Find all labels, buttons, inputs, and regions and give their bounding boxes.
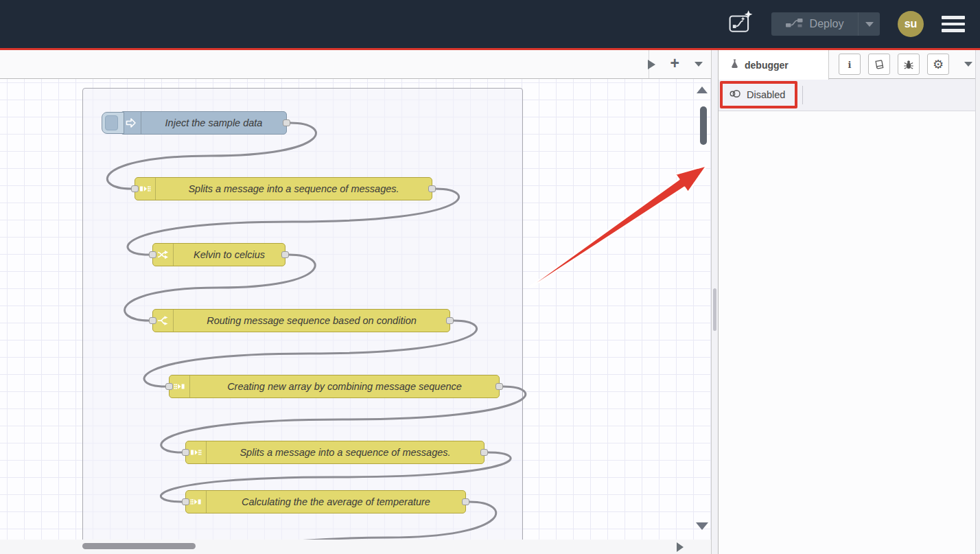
node-port-in[interactable] bbox=[149, 317, 156, 324]
deploy-options-button[interactable] bbox=[858, 12, 880, 36]
node-port-out[interactable] bbox=[462, 498, 469, 505]
sidebar-tabbar: debugger i bbox=[719, 50, 980, 79]
scroll-down-icon[interactable] bbox=[696, 522, 708, 530]
plus-icon[interactable]: + bbox=[670, 56, 679, 71]
deploy-icon bbox=[786, 18, 803, 31]
deploy-button[interactable]: Deploy bbox=[771, 12, 880, 36]
flow-node-inject[interactable]: Inject the sample data bbox=[120, 111, 287, 135]
avatar-initials: su bbox=[905, 18, 918, 30]
disabled-label: Disabled bbox=[747, 89, 785, 100]
node-port-out[interactable] bbox=[480, 449, 488, 456]
node-port-out[interactable] bbox=[281, 251, 289, 258]
flow-tabbar: + bbox=[0, 50, 711, 79]
node-port-in[interactable] bbox=[149, 251, 156, 258]
disabled-toggle-button[interactable]: Disabled bbox=[729, 89, 785, 101]
node-label: Splits a message into a sequence of mess… bbox=[156, 178, 432, 200]
play-icon[interactable] bbox=[648, 60, 655, 69]
flow-ai-icon[interactable] bbox=[729, 10, 754, 38]
node-port-in[interactable] bbox=[182, 449, 189, 456]
sidebar: debugger i bbox=[719, 50, 980, 554]
info-icon[interactable]: i bbox=[839, 54, 861, 75]
node-label: Calculating the the average of temperatu… bbox=[207, 491, 465, 513]
node-label: Kelvin to celcius bbox=[174, 244, 285, 266]
horizontal-scrollbar-thumb[interactable] bbox=[82, 543, 196, 549]
chevron-down-icon bbox=[865, 22, 874, 27]
tab-label: debugger bbox=[745, 60, 789, 71]
scroll-right-icon[interactable] bbox=[677, 542, 684, 552]
workspace: + Inject the sample dataSplits a message… bbox=[0, 50, 711, 554]
node-port-out[interactable] bbox=[428, 185, 436, 192]
deploy-label: Deploy bbox=[810, 18, 844, 30]
annotation-highlight-box: Disabled bbox=[720, 81, 797, 108]
book-icon[interactable] bbox=[868, 54, 890, 75]
sidebar-splitter[interactable] bbox=[711, 50, 719, 554]
node-label: Inject the sample data bbox=[141, 112, 286, 134]
flow-node-join[interactable]: Creating new array by combining message … bbox=[169, 375, 500, 398]
toolbar-divider bbox=[802, 86, 803, 104]
node-label: Routing message sequence based on condit… bbox=[174, 310, 450, 332]
flask-icon bbox=[730, 58, 740, 71]
node-port-in[interactable] bbox=[131, 185, 139, 192]
node-port-in[interactable] bbox=[165, 383, 173, 390]
app-header: Deploy su bbox=[0, 0, 980, 48]
user-avatar[interactable]: su bbox=[898, 11, 924, 37]
flow-node-split[interactable]: Splits a message into a sequence of mess… bbox=[135, 177, 432, 200]
svg-text:i: i bbox=[848, 59, 852, 69]
menu-icon[interactable] bbox=[942, 16, 965, 32]
flow-node-switch[interactable]: Routing message sequence based on condit… bbox=[152, 309, 450, 332]
flow-canvas[interactable]: Inject the sample dataSplits a message i… bbox=[0, 79, 711, 540]
flow-node-change[interactable]: Kelvin to celcius bbox=[152, 243, 285, 266]
node-port-out[interactable] bbox=[495, 383, 503, 390]
inject-icon bbox=[121, 112, 141, 134]
browser-scrollbar-track[interactable] bbox=[975, 50, 980, 554]
node-port-out[interactable] bbox=[446, 317, 454, 324]
node-port-out[interactable] bbox=[283, 119, 290, 126]
chevron-down-icon[interactable] bbox=[695, 62, 703, 67]
gear-icon[interactable]: ⚙ bbox=[927, 54, 949, 75]
node-port-in[interactable] bbox=[182, 498, 189, 505]
toggle-off-icon bbox=[729, 89, 741, 101]
vertical-scrollbar-thumb[interactable] bbox=[700, 106, 707, 145]
debug-toolbar: Disabled bbox=[719, 79, 980, 111]
bug-icon[interactable] bbox=[898, 54, 920, 75]
splitter-grip[interactable] bbox=[713, 288, 716, 331]
node-label: Splits a message into a sequence of mess… bbox=[207, 441, 484, 463]
tab-debugger[interactable]: debugger bbox=[719, 50, 829, 80]
flow-node-split[interactable]: Splits a message into a sequence of mess… bbox=[185, 441, 485, 464]
flow-node-join[interactable]: Calculating the the average of temperatu… bbox=[185, 490, 466, 513]
horizontal-scrollbar[interactable] bbox=[0, 540, 711, 554]
debug-messages-panel bbox=[719, 111, 980, 554]
scroll-up-icon[interactable] bbox=[697, 86, 708, 93]
node-label: Creating new array by combining message … bbox=[190, 376, 499, 397]
chevron-down-icon[interactable] bbox=[964, 62, 972, 67]
